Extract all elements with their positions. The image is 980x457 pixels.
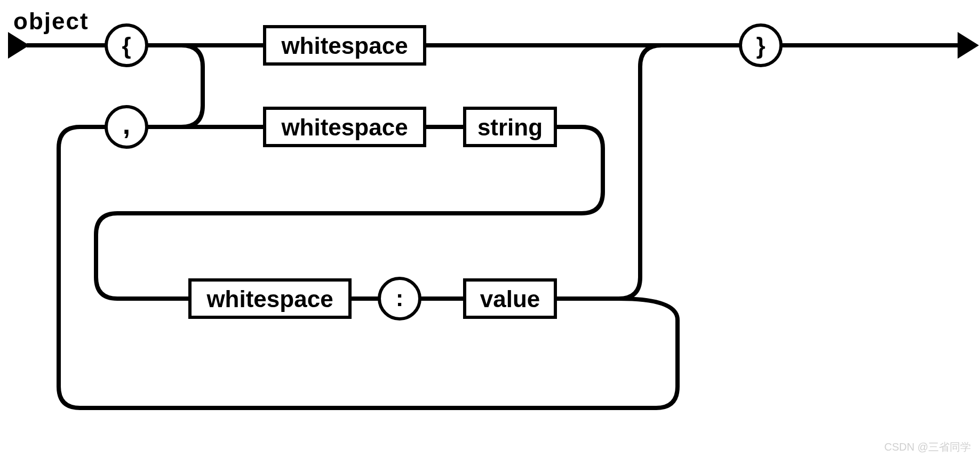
nonterminal-whitespace-top-label: whitespace — [281, 33, 408, 59]
rail-branch — [59, 127, 80, 408]
nonterminal-whitespace-mid-label: whitespace — [281, 114, 408, 140]
watermark-text: CSDN @三省同学 — [884, 441, 971, 453]
railroad-diagram: object { whitespace } , — [0, 0, 980, 457]
nonterminal-string-label: string — [477, 114, 543, 140]
rail-branch — [619, 45, 662, 299]
rail-branch — [619, 299, 678, 408]
diagram-title: object — [13, 8, 89, 34]
rail-branch — [181, 45, 203, 127]
terminal-close-brace-label: } — [756, 33, 765, 59]
start-marker — [8, 32, 29, 59]
end-arrow — [958, 32, 979, 59]
rail-branch — [96, 213, 117, 299]
terminal-open-brace-label: { — [122, 33, 131, 59]
rail-branch — [581, 127, 603, 213]
terminal-colon-label: : — [396, 285, 404, 311]
terminal-comma-label: , — [123, 109, 130, 140]
nonterminal-whitespace-bottom-label: whitespace — [206, 286, 333, 312]
nonterminal-value-label: value — [480, 286, 540, 312]
